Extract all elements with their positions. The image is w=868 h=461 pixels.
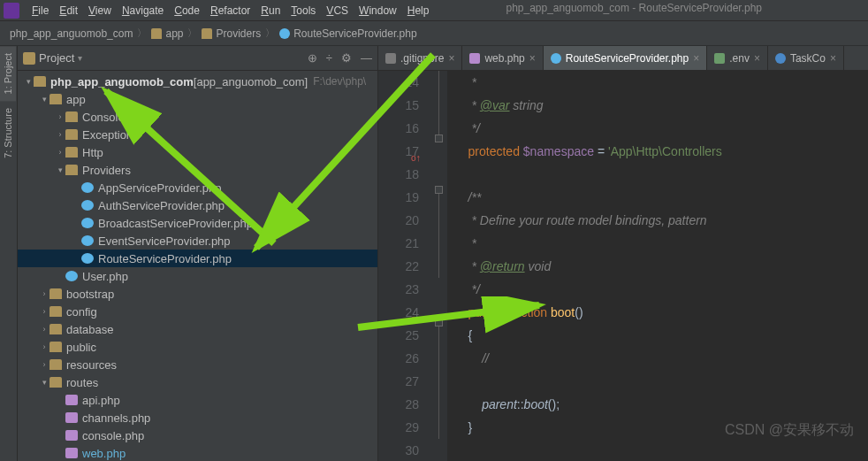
app-icon	[4, 3, 19, 19]
tree-row[interactable]: ›database	[18, 320, 377, 338]
breadcrumb-item[interactable]: php_app_anguomob_com	[7, 27, 135, 40]
project-tree[interactable]: ▾php_app_anguomob_com [app_anguomob_com]…	[18, 71, 377, 461]
breadcrumb-item[interactable]: Providers	[199, 27, 263, 40]
tree-row[interactable]: ›bootstrap	[18, 285, 377, 303]
code-area[interactable]: * * @var string */ protected $namespace …	[447, 71, 868, 461]
breadcrumb: php_app_anguomob_com〉app〉Providers〉Route…	[0, 21, 868, 46]
close-icon[interactable]: ×	[693, 52, 699, 65]
tree-row[interactable]: ▾app	[18, 90, 377, 108]
fold-marker[interactable]	[435, 134, 443, 142]
fold-marker[interactable]	[435, 186, 443, 194]
project-panel: Project ▾ ⊕ ÷ ⚙ — ▾php_app_anguomob_com …	[18, 46, 378, 461]
editor-tab[interactable]: RouteServiceProvider.php×	[544, 46, 707, 70]
editor-tabs: .gitignore×web.php×RouteServiceProvider.…	[378, 46, 868, 71]
target-icon[interactable]: ⊕	[308, 51, 317, 65]
tree-row[interactable]: AuthServiceProvider.php	[18, 196, 377, 214]
project-panel-header: Project ▾ ⊕ ÷ ⚙ —	[18, 46, 377, 71]
tree-row[interactable]: web.php	[18, 444, 377, 461]
hide-icon[interactable]: —	[361, 51, 372, 65]
tree-row[interactable]: ›Exceptions	[18, 126, 377, 143]
dropdown-icon[interactable]: ▾	[78, 53, 82, 63]
tree-row[interactable]: ▾php_app_anguomob_com [app_anguomob_com]…	[18, 73, 377, 90]
menu-vcs[interactable]: VCS	[321, 3, 354, 19]
tree-row[interactable]: ›public	[18, 338, 377, 356]
tree-row[interactable]: console.php	[18, 426, 377, 444]
breadcrumb-item[interactable]: app	[148, 27, 186, 40]
tree-row[interactable]: RouteServiceProvider.php	[18, 250, 377, 267]
editor-panel: .gitignore×web.php×RouteServiceProvider.…	[378, 46, 868, 461]
window-title: php_app_anguomob_com - RouteServiceProvi…	[506, 2, 762, 14]
menu-run[interactable]: Run	[255, 3, 286, 19]
editor-tab[interactable]: .env×	[707, 46, 768, 70]
fold-marker[interactable]	[435, 319, 443, 327]
tree-row[interactable]: ▾routes	[18, 373, 377, 391]
menu-edit[interactable]: Edit	[54, 3, 83, 19]
tree-row[interactable]: AppServiceProvider.php	[18, 179, 377, 196]
tree-row[interactable]: channels.php	[18, 409, 377, 426]
menu-refactor[interactable]: Refactor	[205, 3, 255, 19]
editor-tab[interactable]: TaskCo×	[768, 46, 844, 70]
project-icon	[23, 52, 35, 65]
line-gutter: 14151617o↑18192021222324o↑252627282930	[378, 71, 431, 461]
tree-row[interactable]: ›Http	[18, 143, 377, 161]
tree-row[interactable]: ▾Providers	[18, 161, 377, 179]
menu-help[interactable]: Help	[402, 3, 435, 19]
watermark: CSDN @安果移不动	[725, 421, 854, 440]
tree-row[interactable]: ›config	[18, 303, 377, 320]
tree-row[interactable]: ›Console	[18, 108, 377, 126]
close-icon[interactable]: ×	[529, 52, 536, 65]
menu-file[interactable]: File	[27, 3, 54, 19]
close-icon[interactable]: ×	[754, 52, 760, 65]
tree-row[interactable]: User.php	[18, 267, 377, 285]
editor-tab[interactable]: .gitignore×	[378, 46, 462, 70]
tool-project[interactable]: 1: Project	[0, 46, 16, 101]
menu-code[interactable]: Code	[169, 3, 205, 19]
panel-title: Project	[39, 51, 74, 65]
tree-row[interactable]: EventServiceProvider.php	[18, 232, 377, 250]
breadcrumb-item[interactable]: RouteServiceProvider.php	[277, 27, 419, 40]
editor-tab[interactable]: web.php×	[462, 46, 543, 70]
close-icon[interactable]: ×	[830, 52, 836, 65]
close-icon[interactable]: ×	[448, 52, 454, 65]
menu-tools[interactable]: Tools	[286, 3, 321, 19]
gear-icon[interactable]: ⚙	[341, 51, 352, 65]
tree-row[interactable]: ›resources	[18, 356, 377, 373]
menu-navigate[interactable]: Navigate	[117, 3, 169, 19]
tool-window-bar: 1: Project 7: Structure	[0, 46, 18, 461]
menu-window[interactable]: Window	[354, 3, 402, 19]
collapse-icon[interactable]: ÷	[326, 51, 332, 65]
tree-row[interactable]: BroadcastServiceProvider.php	[18, 214, 377, 232]
tree-row[interactable]: api.php	[18, 391, 377, 409]
tool-structure[interactable]: 7: Structure	[0, 101, 16, 165]
fold-bar	[431, 71, 447, 461]
editor-body[interactable]: 14151617o↑18192021222324o↑252627282930 *…	[378, 71, 868, 461]
menu-view[interactable]: View	[83, 3, 117, 19]
